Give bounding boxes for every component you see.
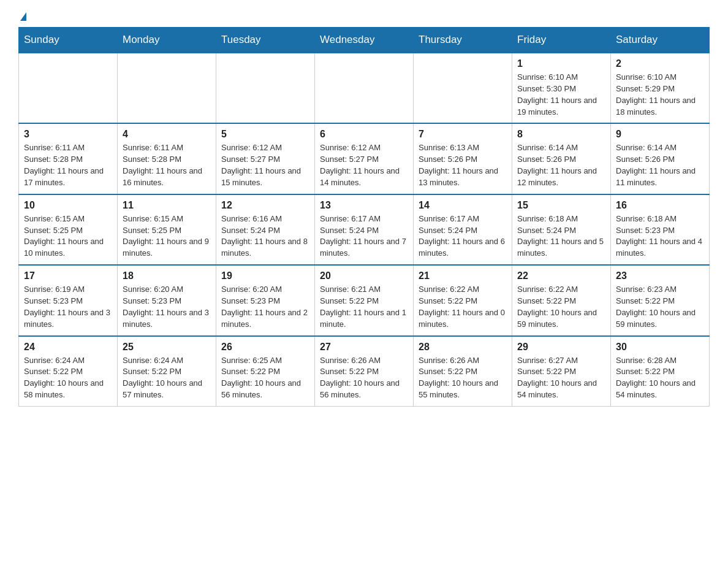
day-number: 10 — [24, 200, 112, 211]
day-info: Sunrise: 6:26 AM Sunset: 5:22 PM Dayligh… — [419, 355, 507, 401]
day-info: Sunrise: 6:22 AM Sunset: 5:22 PM Dayligh… — [517, 284, 605, 330]
calendar-cell: 10Sunrise: 6:15 AM Sunset: 5:25 PM Dayli… — [19, 194, 118, 265]
header — [18, 12, 710, 21]
day-info: Sunrise: 6:10 AM Sunset: 5:30 PM Dayligh… — [517, 72, 605, 118]
day-number: 7 — [419, 129, 507, 140]
day-number: 15 — [517, 200, 605, 211]
day-info: Sunrise: 6:26 AM Sunset: 5:22 PM Dayligh… — [320, 355, 408, 401]
weekday-header-monday: Monday — [118, 28, 216, 53]
calendar-cell: 25Sunrise: 6:24 AM Sunset: 5:22 PM Dayli… — [118, 336, 216, 407]
calendar-cell: 12Sunrise: 6:16 AM Sunset: 5:24 PM Dayli… — [216, 194, 315, 265]
day-info: Sunrise: 6:24 AM Sunset: 5:22 PM Dayligh… — [24, 355, 112, 401]
day-info: Sunrise: 6:28 AM Sunset: 5:22 PM Dayligh… — [616, 355, 704, 401]
day-info: Sunrise: 6:18 AM Sunset: 5:23 PM Dayligh… — [616, 213, 704, 259]
day-info: Sunrise: 6:10 AM Sunset: 5:29 PM Dayligh… — [616, 72, 704, 118]
day-info: Sunrise: 6:12 AM Sunset: 5:27 PM Dayligh… — [320, 142, 408, 188]
day-info: Sunrise: 6:14 AM Sunset: 5:26 PM Dayligh… — [517, 142, 605, 188]
day-number: 27 — [320, 342, 408, 353]
day-number: 26 — [221, 342, 309, 353]
weekday-header-friday: Friday — [512, 28, 611, 53]
day-number: 20 — [320, 270, 408, 282]
day-info: Sunrise: 6:13 AM Sunset: 5:26 PM Dayligh… — [419, 142, 507, 188]
day-number: 25 — [123, 342, 211, 353]
calendar-cell: 30Sunrise: 6:28 AM Sunset: 5:22 PM Dayli… — [611, 336, 710, 407]
day-info: Sunrise: 6:16 AM Sunset: 5:24 PM Dayligh… — [221, 213, 309, 259]
calendar-cell — [216, 53, 315, 123]
day-number: 3 — [24, 129, 112, 140]
calendar-cell: 11Sunrise: 6:15 AM Sunset: 5:25 PM Dayli… — [118, 194, 216, 265]
day-info: Sunrise: 6:23 AM Sunset: 5:22 PM Dayligh… — [616, 284, 704, 330]
weekday-header-row: SundayMondayTuesdayWednesdayThursdayFrid… — [19, 28, 710, 53]
calendar-cell — [19, 53, 118, 123]
day-number: 17 — [24, 270, 112, 282]
calendar-table: SundayMondayTuesdayWednesdayThursdayFrid… — [18, 27, 710, 407]
day-number: 21 — [419, 270, 507, 282]
week-row-3: 10Sunrise: 6:15 AM Sunset: 5:25 PM Dayli… — [19, 194, 710, 265]
day-info: Sunrise: 6:18 AM Sunset: 5:24 PM Dayligh… — [517, 213, 605, 259]
day-number: 9 — [616, 129, 704, 140]
week-row-1: 1Sunrise: 6:10 AM Sunset: 5:30 PM Daylig… — [19, 53, 710, 123]
weekday-header-thursday: Thursday — [414, 28, 512, 53]
day-info: Sunrise: 6:19 AM Sunset: 5:23 PM Dayligh… — [24, 284, 112, 330]
calendar-cell: 29Sunrise: 6:27 AM Sunset: 5:22 PM Dayli… — [512, 336, 611, 407]
calendar-cell: 1Sunrise: 6:10 AM Sunset: 5:30 PM Daylig… — [512, 53, 611, 123]
day-number: 28 — [419, 342, 507, 353]
weekday-header-tuesday: Tuesday — [216, 28, 315, 53]
calendar-cell: 26Sunrise: 6:25 AM Sunset: 5:22 PM Dayli… — [216, 336, 315, 407]
weekday-header-wednesday: Wednesday — [315, 28, 414, 53]
calendar-cell: 8Sunrise: 6:14 AM Sunset: 5:26 PM Daylig… — [512, 123, 611, 194]
weekday-header-sunday: Sunday — [19, 28, 118, 53]
calendar-cell: 13Sunrise: 6:17 AM Sunset: 5:24 PM Dayli… — [315, 194, 414, 265]
calendar-cell: 19Sunrise: 6:20 AM Sunset: 5:23 PM Dayli… — [216, 265, 315, 335]
day-info: Sunrise: 6:15 AM Sunset: 5:25 PM Dayligh… — [24, 213, 112, 259]
day-info: Sunrise: 6:21 AM Sunset: 5:22 PM Dayligh… — [320, 284, 408, 330]
calendar-cell: 6Sunrise: 6:12 AM Sunset: 5:27 PM Daylig… — [315, 123, 414, 194]
calendar-cell: 4Sunrise: 6:11 AM Sunset: 5:28 PM Daylig… — [118, 123, 216, 194]
calendar-cell — [315, 53, 414, 123]
logo — [18, 12, 26, 21]
calendar-cell: 16Sunrise: 6:18 AM Sunset: 5:23 PM Dayli… — [611, 194, 710, 265]
day-number: 30 — [616, 342, 704, 353]
calendar-cell: 28Sunrise: 6:26 AM Sunset: 5:22 PM Dayli… — [414, 336, 512, 407]
logo-triangle-icon — [20, 12, 26, 21]
calendar-cell: 24Sunrise: 6:24 AM Sunset: 5:22 PM Dayli… — [19, 336, 118, 407]
week-row-4: 17Sunrise: 6:19 AM Sunset: 5:23 PM Dayli… — [19, 265, 710, 335]
day-info: Sunrise: 6:27 AM Sunset: 5:22 PM Dayligh… — [517, 355, 605, 401]
day-info: Sunrise: 6:11 AM Sunset: 5:28 PM Dayligh… — [123, 142, 211, 188]
day-number: 13 — [320, 200, 408, 211]
calendar-cell: 14Sunrise: 6:17 AM Sunset: 5:24 PM Dayli… — [414, 194, 512, 265]
calendar-cell: 27Sunrise: 6:26 AM Sunset: 5:22 PM Dayli… — [315, 336, 414, 407]
day-info: Sunrise: 6:12 AM Sunset: 5:27 PM Dayligh… — [221, 142, 309, 188]
calendar-cell: 2Sunrise: 6:10 AM Sunset: 5:29 PM Daylig… — [611, 53, 710, 123]
week-row-5: 24Sunrise: 6:24 AM Sunset: 5:22 PM Dayli… — [19, 336, 710, 407]
calendar-cell: 21Sunrise: 6:22 AM Sunset: 5:22 PM Dayli… — [414, 265, 512, 335]
day-number: 8 — [517, 129, 605, 140]
calendar-cell: 22Sunrise: 6:22 AM Sunset: 5:22 PM Dayli… — [512, 265, 611, 335]
calendar-cell — [414, 53, 512, 123]
day-number: 19 — [221, 270, 309, 282]
day-info: Sunrise: 6:20 AM Sunset: 5:23 PM Dayligh… — [221, 284, 309, 330]
day-info: Sunrise: 6:15 AM Sunset: 5:25 PM Dayligh… — [123, 213, 211, 259]
day-number: 12 — [221, 200, 309, 211]
day-number: 5 — [221, 129, 309, 140]
calendar-cell — [118, 53, 216, 123]
day-info: Sunrise: 6:17 AM Sunset: 5:24 PM Dayligh… — [320, 213, 408, 259]
calendar-cell: 20Sunrise: 6:21 AM Sunset: 5:22 PM Dayli… — [315, 265, 414, 335]
day-number: 6 — [320, 129, 408, 140]
day-number: 16 — [616, 200, 704, 211]
calendar-cell: 7Sunrise: 6:13 AM Sunset: 5:26 PM Daylig… — [414, 123, 512, 194]
day-info: Sunrise: 6:14 AM Sunset: 5:26 PM Dayligh… — [616, 142, 704, 188]
day-number: 22 — [517, 270, 605, 282]
day-number: 23 — [616, 270, 704, 282]
weekday-header-saturday: Saturday — [611, 28, 710, 53]
day-number: 24 — [24, 342, 112, 353]
day-number: 4 — [123, 129, 211, 140]
calendar-cell: 18Sunrise: 6:20 AM Sunset: 5:23 PM Dayli… — [118, 265, 216, 335]
day-info: Sunrise: 6:17 AM Sunset: 5:24 PM Dayligh… — [419, 213, 507, 259]
calendar-cell: 17Sunrise: 6:19 AM Sunset: 5:23 PM Dayli… — [19, 265, 118, 335]
day-number: 1 — [517, 58, 605, 69]
day-number: 11 — [123, 200, 211, 211]
calendar-cell: 5Sunrise: 6:12 AM Sunset: 5:27 PM Daylig… — [216, 123, 315, 194]
day-info: Sunrise: 6:11 AM Sunset: 5:28 PM Dayligh… — [24, 142, 112, 188]
day-number: 2 — [616, 58, 704, 69]
